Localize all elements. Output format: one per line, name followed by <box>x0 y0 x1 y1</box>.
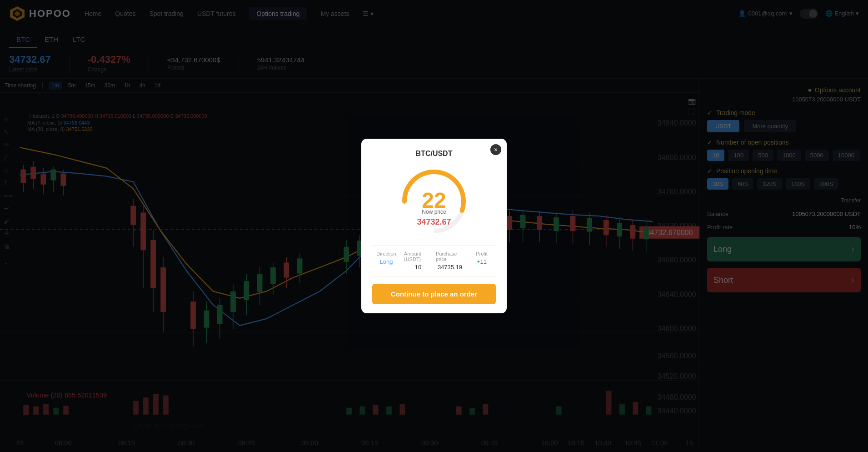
order-modal: × BTC/USDT 22 Now price 34732.67 Directi… <box>361 139 507 313</box>
order-col-purchase: Purchase price 34735.19 <box>436 251 464 271</box>
amount-label: Amount (USDT) <box>404 251 432 262</box>
modal-gauge: 22 Now price 34732.67 <box>372 165 496 238</box>
gauge-now-price-label: Now price <box>422 209 446 215</box>
continue-button[interactable]: Continue to place an order <box>372 284 496 304</box>
order-col-direction: Direction Long <box>372 251 400 271</box>
order-col-profit: Profit +11 <box>468 251 496 271</box>
gauge-container: 22 Now price 34732.67 <box>398 165 470 238</box>
modal-order-info: Direction Long Amount (USDT) 10 Purchase… <box>372 245 496 276</box>
purchase-value: 34735.19 <box>438 264 462 271</box>
profit-value: +11 <box>477 258 487 265</box>
modal-title: BTC/USDT <box>372 150 496 158</box>
order-col-amount: Amount (USDT) 10 <box>404 251 432 271</box>
gauge-price-value: 34732.67 <box>417 217 451 227</box>
direction-value: Long <box>380 258 393 265</box>
direction-label: Direction <box>376 251 396 256</box>
purchase-label: Purchase price <box>436 251 464 262</box>
modal-overlay[interactable]: × BTC/USDT 22 Now price 34732.67 Directi… <box>0 0 868 452</box>
modal-close-button[interactable]: × <box>490 144 501 155</box>
amount-value: 10 <box>415 264 421 271</box>
profit-label: Profit <box>476 251 488 256</box>
